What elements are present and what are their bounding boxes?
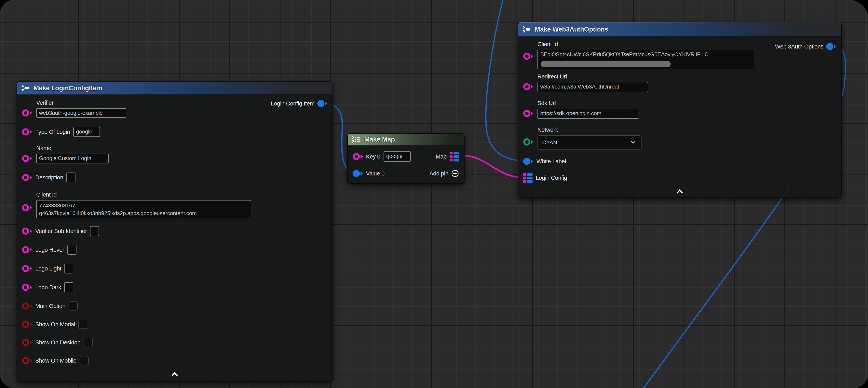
pin-label-value0: Value 0 xyxy=(366,170,384,177)
client-id-line2: q463s7kpvja16l4l0kko3nb925ikds2p.apps.go… xyxy=(39,210,197,216)
pin-label-show-on-desktop: Show On Desktop xyxy=(35,339,81,346)
node-header[interactable]: Make LoginConfigItem xyxy=(17,82,333,95)
add-pin-label: Add pin xyxy=(430,170,448,177)
node-header[interactable]: Make Map xyxy=(348,134,464,146)
pin-verifier-sub-identifier[interactable] xyxy=(22,228,32,235)
pin-label-main-option: Main Option xyxy=(35,303,65,309)
checkbox-show-on-modal[interactable] xyxy=(78,320,87,329)
make-map-icon xyxy=(352,136,361,143)
add-pin-button[interactable]: Add pin xyxy=(430,170,459,177)
row-white-label: White Label xyxy=(523,153,836,169)
input-key0[interactable]: google xyxy=(383,151,411,162)
node-header[interactable]: Make Web3AuthOptions xyxy=(518,23,841,37)
field-name: Name Google Custom Login xyxy=(36,144,328,163)
pin-redirect-url[interactable] xyxy=(523,83,533,90)
row-type-of-login: Type Of Login google xyxy=(22,124,328,140)
row-logo-hover: Logo Hover xyxy=(22,242,328,258)
row-verifier-sub-identifier: Verifier Sub Identifier xyxy=(22,223,328,239)
pin-logo-hover[interactable] xyxy=(22,246,32,253)
pin-label-description: Description xyxy=(35,174,63,181)
pin-label-logo-dark: Logo Dark xyxy=(35,284,61,291)
input-verifier[interactable]: web3auth-google-example xyxy=(36,108,126,118)
pin-white-label[interactable] xyxy=(523,158,533,165)
chevron-down-icon xyxy=(630,141,636,145)
node-title: Make Web3AuthOptions xyxy=(535,26,608,33)
input-logo-dark[interactable] xyxy=(64,282,73,292)
pin-label-client-id: Client Id xyxy=(537,40,836,49)
pin-logo-dark[interactable] xyxy=(22,284,32,291)
row-login-config: Login Config xyxy=(523,170,836,186)
pin-label-key0: Key 0 xyxy=(366,153,380,160)
row-show-on-mobile: Show On Mobile xyxy=(22,353,328,368)
pin-label-logo-hover: Logo Hover xyxy=(35,247,64,253)
row-description: Description xyxy=(22,170,328,185)
field-verifier: Verifier web3auth-google-example xyxy=(36,98,328,118)
pin-network[interactable] xyxy=(523,139,533,146)
input-client-id[interactable]: 774338308167- q463s7kpvja16l4l0kko3nb925… xyxy=(36,200,251,218)
collapse-node-chevron-icon[interactable] xyxy=(674,188,685,195)
field-client-id: Client Id 774338308167- q463s7kpvja16l4l… xyxy=(36,190,328,218)
node-make-web3authoptions[interactable]: Make Web3AuthOptions Web 3Auth Options C… xyxy=(518,22,842,198)
input-logo-light[interactable] xyxy=(64,264,73,273)
pin-client-id[interactable] xyxy=(22,204,32,211)
wire-map-to-loginconfig[interactable] xyxy=(463,155,524,178)
row-logo-dark: Logo Dark xyxy=(22,279,328,295)
row-show-on-desktop: Show On Desktop xyxy=(22,335,328,350)
checkbox-show-on-mobile[interactable] xyxy=(80,356,89,365)
pin-name[interactable] xyxy=(22,155,32,162)
pin-type-of-login[interactable] xyxy=(22,128,32,136)
output-pin-label-map: Map xyxy=(436,153,446,160)
pin-login-config[interactable] xyxy=(523,173,532,183)
field-sdk-url: Sdk Url https://sdk.openlogin.com xyxy=(537,99,836,119)
input-client-id[interactable]: BEglQSgt4cUWcj6SKRdu5QkOXTsePmMcusG5EAoy… xyxy=(537,50,754,69)
pin-label-login-config: Login Config xyxy=(536,175,567,181)
checkbox-main-option[interactable] xyxy=(69,301,78,310)
node-title: Make LoginConfigItem xyxy=(33,84,102,92)
pin-key0[interactable] xyxy=(353,153,363,160)
node-title: Make Map xyxy=(364,136,395,143)
client-id-text: BEglQSgt4cUWcj6SKRdu5QkOXTsePmMcusG5EAoy… xyxy=(540,51,709,57)
pin-logo-light[interactable] xyxy=(22,265,32,272)
pin-label-network: Network xyxy=(537,125,836,134)
pin-sdk-url[interactable] xyxy=(523,110,533,117)
output-pin-map[interactable] xyxy=(450,152,459,161)
input-verifier-sub-identifier[interactable] xyxy=(90,226,99,236)
field-client-id: Client Id BEglQSgt4cUWcj6SKRdu5QkOXTsePm… xyxy=(537,40,836,69)
client-id-hscrollbar[interactable] xyxy=(540,61,671,67)
client-id-line1: 774338308167- xyxy=(39,203,77,209)
pin-show-on-desktop[interactable] xyxy=(22,339,32,346)
row-main-option: Main Option xyxy=(22,298,328,314)
pin-label-white-label: White Label xyxy=(536,158,566,165)
input-redirect-url[interactable]: w3a://com.w3a.Web3AuthUnreal xyxy=(537,82,648,92)
pin-verifier[interactable] xyxy=(22,110,32,117)
pin-label-type-of-login: Type Of Login xyxy=(35,129,70,135)
node-make-loginconfigitem[interactable]: Make LoginConfigItem Login Config Item V… xyxy=(17,82,333,382)
pin-label-verifier-sub-identifier: Verifier Sub Identifier xyxy=(35,228,87,234)
input-name[interactable]: Google Custom Login xyxy=(36,154,109,163)
pin-label-logo-light: Logo Light xyxy=(35,265,61,272)
pin-client-id[interactable] xyxy=(523,53,533,60)
pin-show-on-mobile[interactable] xyxy=(22,357,32,364)
input-description[interactable] xyxy=(66,173,75,182)
row-logo-light: Logo Light xyxy=(22,261,328,276)
collapse-node-chevron-icon[interactable] xyxy=(169,371,180,377)
make-struct-icon xyxy=(21,84,30,92)
node-make-map[interactable]: Make Map Key 0 google Map Value 0 Add pi… xyxy=(347,133,465,184)
network-dropdown[interactable]: CYAN xyxy=(537,135,642,150)
row-value0-addpin: Value 0 Add pin xyxy=(353,166,459,181)
input-sdk-url[interactable]: https://sdk.openlogin.com xyxy=(537,109,639,119)
field-redirect-url: Redirect Url w3a://com.w3a.Web3AuthUnrea… xyxy=(537,72,836,92)
blueprint-graph-canvas[interactable]: Make LoginConfigItem Login Config Item V… xyxy=(0,0,868,388)
checkbox-show-on-desktop[interactable] xyxy=(84,338,93,347)
pin-label-show-on-modal: Show On Modal xyxy=(35,321,75,328)
row-key0-map: Key 0 google Map xyxy=(353,149,459,165)
pin-value0[interactable] xyxy=(353,170,363,177)
pin-description[interactable] xyxy=(22,174,32,181)
input-type-of-login[interactable]: google xyxy=(73,127,100,137)
pin-label-show-on-mobile: Show On Mobile xyxy=(35,357,76,364)
pin-label-sdk-url: Sdk Url xyxy=(537,99,836,108)
make-struct-icon xyxy=(522,25,531,33)
input-logo-hover[interactable] xyxy=(67,245,76,255)
pin-show-on-modal[interactable] xyxy=(22,321,32,328)
pin-main-option[interactable] xyxy=(22,302,32,309)
